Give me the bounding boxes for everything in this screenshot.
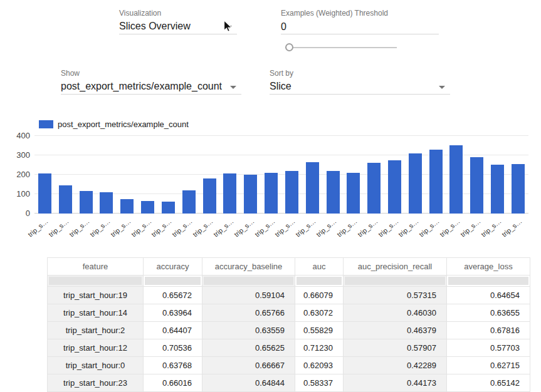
filter-box[interactable] [145, 277, 201, 285]
bar[interactable] [470, 157, 483, 214]
bar[interactable] [449, 145, 463, 214]
chart-legend: post_export_metrics/example_count [39, 120, 189, 129]
table-cell: 0.58337 [295, 374, 344, 392]
chart-plot-area [34, 136, 528, 214]
table-cell: 0.63768 [144, 357, 202, 374]
table-cell: 0.71230 [295, 339, 344, 357]
filter-cell [144, 276, 202, 287]
bar[interactable] [100, 192, 113, 214]
y-axis-tick: 200 [5, 170, 30, 179]
bar[interactable] [327, 171, 340, 214]
table-body: trip_start_hour:190.656720.591040.660790… [48, 287, 530, 392]
legend-swatch [39, 120, 53, 128]
table-cell: 0.66016 [144, 374, 202, 392]
sort-by-dropdown[interactable]: Slice [270, 80, 450, 95]
column-header-accuracy[interactable]: accuracy [144, 258, 202, 276]
table-row[interactable]: trip_start_hour:140.639640.657660.630720… [48, 304, 530, 322]
y-axis-tick: 0 [5, 209, 30, 218]
table-cell: 0.63655 [447, 304, 530, 322]
table-cell: trip_start_hour:19 [48, 287, 144, 304]
filter-box[interactable] [49, 277, 142, 285]
bar[interactable] [80, 191, 93, 214]
bar-chart: 0100200300400trip_s…trip_s…trip_s…trip_s… [0, 128, 541, 250]
threshold-label: Examples (Weighted) Threshold [281, 9, 388, 18]
table-cell: 0.57315 [344, 287, 447, 304]
table-cell: 0.70536 [144, 339, 202, 357]
column-header-auc[interactable]: auc [295, 258, 344, 276]
sort-by-value: Slice [270, 80, 292, 92]
visualization-dropdown[interactable]: Slices Overview [119, 19, 237, 34]
table-cell: 0.64407 [144, 322, 202, 339]
show-value: post_export_metrics/example_count [61, 80, 222, 92]
table-cell: 0.66079 [295, 287, 344, 304]
table-cell: 0.63559 [202, 322, 295, 339]
table-row[interactable]: trip_start_hour:20.644070.635590.558290.… [48, 322, 530, 339]
bar[interactable] [162, 202, 175, 214]
threshold-slider-knob[interactable] [285, 43, 293, 51]
bar[interactable] [409, 153, 422, 214]
threshold-slider-track[interactable] [285, 47, 397, 48]
filter-cell [48, 276, 144, 287]
bar[interactable] [141, 201, 154, 214]
table-cell: 0.65142 [447, 374, 530, 392]
table-cell: trip_start_hour:23 [48, 374, 144, 392]
table-cell: 0.62093 [295, 357, 344, 374]
bar[interactable] [38, 173, 51, 214]
bar[interactable] [223, 173, 236, 214]
filter-box[interactable] [297, 277, 342, 285]
bar[interactable] [491, 165, 504, 214]
filter-cell [295, 276, 344, 287]
filter-cell [447, 276, 530, 287]
bar[interactable] [244, 175, 257, 214]
table-cell: 0.46379 [344, 322, 447, 339]
bar[interactable] [203, 178, 216, 214]
bars-container [34, 136, 528, 214]
bar[interactable] [512, 164, 525, 214]
bar[interactable] [306, 162, 319, 214]
table-cell: trip_start_hour:12 [48, 339, 144, 357]
bar[interactable] [265, 173, 278, 214]
tfma-slicing-metrics-view: Visualization Slices Overview Examples (… [0, 0, 541, 392]
filter-box[interactable] [345, 277, 445, 285]
sort-by-label: Sort by [270, 69, 293, 78]
table-cell: trip_start_hour:14 [48, 304, 144, 322]
table-cell: 0.65625 [202, 339, 295, 357]
table-row[interactable]: trip_start_hour:230.660160.648440.583370… [48, 374, 530, 392]
bar[interactable] [120, 199, 134, 214]
bar[interactable] [347, 173, 360, 214]
table-cell: 0.57907 [344, 339, 447, 357]
threshold-input[interactable] [281, 19, 439, 34]
bar[interactable] [388, 160, 401, 214]
bar[interactable] [429, 150, 443, 214]
bar[interactable] [367, 163, 381, 214]
column-header-accuracy_baseline[interactable]: accuracy_baseline [202, 258, 295, 276]
table-filter-row [48, 276, 530, 287]
table-cell: 0.59104 [202, 287, 295, 304]
filter-cell [344, 276, 447, 287]
column-header-average_loss[interactable]: average_loss [447, 258, 530, 276]
table-cell: 0.64844 [202, 374, 295, 392]
show-dropdown[interactable]: post_export_metrics/example_count [61, 80, 241, 95]
legend-label: post_export_metrics/example_count [58, 120, 189, 129]
bar[interactable] [59, 185, 72, 214]
visualization-value: Slices Overview [119, 19, 191, 32]
chevron-down-icon [439, 86, 445, 89]
filter-box[interactable] [448, 277, 528, 285]
metrics-table: featureaccuracyaccuracy_baselineaucauc_p… [47, 257, 530, 392]
column-header-feature[interactable]: feature [48, 258, 144, 276]
bar[interactable] [182, 190, 196, 214]
filter-cell [202, 276, 295, 287]
filter-box[interactable] [204, 277, 293, 285]
chevron-down-icon [230, 86, 236, 89]
table-cell: 0.67816 [447, 322, 530, 339]
visualization-label: Visualization [119, 9, 161, 18]
table-row[interactable]: trip_start_hour:190.656720.591040.660790… [48, 287, 530, 304]
show-label: Show [61, 69, 80, 78]
table-cell: 0.63072 [295, 304, 344, 322]
column-header-auc_precision_recall[interactable]: auc_precision_recall [344, 258, 447, 276]
y-axis-tick: 400 [5, 132, 30, 140]
table-row[interactable]: trip_start_hour:120.705360.656250.712300… [48, 339, 530, 357]
table-cell: trip_start_hour:0 [48, 357, 144, 374]
bar[interactable] [285, 171, 298, 214]
table-row[interactable]: trip_start_hour:00.637680.666670.620930.… [48, 357, 530, 374]
